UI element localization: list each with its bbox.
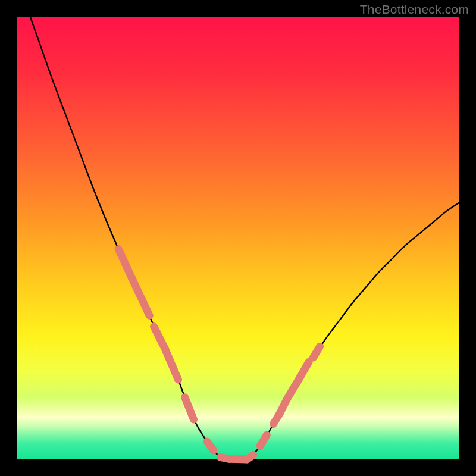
site-credit: TheBottleneck.com — [360, 2, 469, 17]
plot-area — [17, 17, 459, 459]
highlight-segment — [207, 441, 214, 450]
bottleneck-chart — [0, 0, 476, 476]
highlight-segment — [247, 455, 253, 459]
